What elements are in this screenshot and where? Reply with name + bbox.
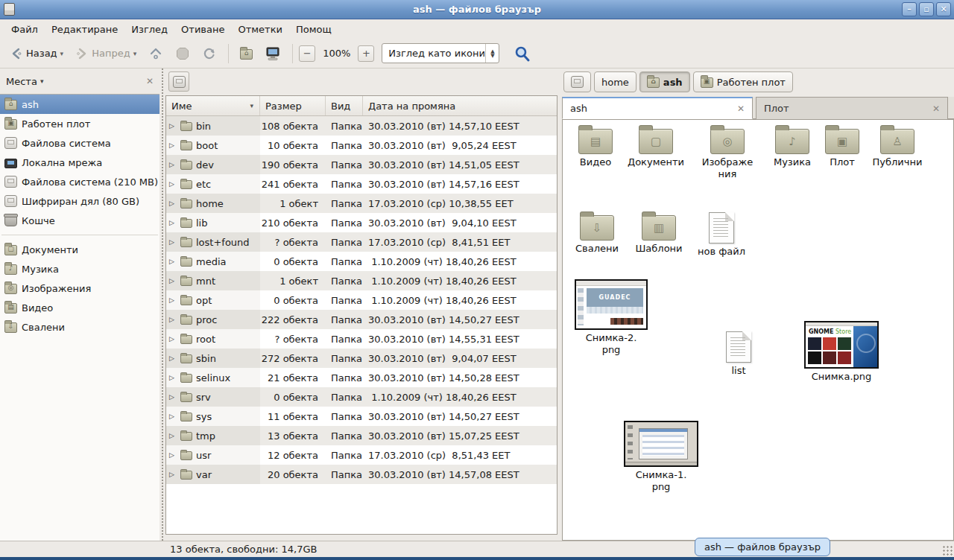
path-button-home[interactable]: home bbox=[594, 71, 636, 92]
sidebar-item-Шифриран дял (80 GB)[interactable]: Шифриран дял (80 GB) bbox=[0, 191, 159, 211]
column-header-type[interactable]: Вид bbox=[326, 96, 363, 115]
up-button[interactable] bbox=[143, 42, 168, 65]
table-row[interactable]: ▷lib210 обектаПапка30.03.2010 (вт) 9,04,… bbox=[166, 213, 557, 232]
expander-icon[interactable]: ▷ bbox=[169, 316, 177, 323]
sidebar-item-Видео[interactable]: ▤Видео bbox=[0, 298, 159, 317]
expander-icon[interactable]: ▷ bbox=[169, 374, 177, 381]
expander-icon[interactable]: ▷ bbox=[169, 413, 177, 420]
expander-icon[interactable]: ▷ bbox=[169, 258, 177, 265]
table-row[interactable]: ▷mnt1 обектПапка 1.10.2009 (чт) 18,40,26… bbox=[166, 271, 557, 290]
menu-item-Помощ[interactable]: Помощ bbox=[289, 22, 338, 37]
expander-icon[interactable]: ▷ bbox=[169, 161, 177, 168]
table-row[interactable]: ▷proc222 обектаПапка30.03.2010 (вт) 14,5… bbox=[166, 310, 557, 329]
table-row[interactable]: ▷sys11 обектаПапка30.03.2010 (вт) 14,50,… bbox=[166, 407, 557, 426]
table-row[interactable]: ▷usr12 обектаПапка17.03.2010 (ср) 8,51,4… bbox=[166, 445, 557, 465]
icon-item-list[interactable]: list bbox=[709, 331, 768, 377]
sidebar-title[interactable]: Места bbox=[6, 76, 40, 87]
table-row[interactable]: ▷bin108 обектаПапка30.03.2010 (вт) 14,57… bbox=[166, 116, 557, 136]
sidebar-item-Файлова система (210 MB)[interactable]: Файлова система (210 MB) bbox=[0, 172, 159, 191]
expander-icon[interactable]: ▷ bbox=[169, 219, 177, 226]
menu-item-Редактиране[interactable]: Редактиране bbox=[45, 22, 124, 37]
path-button-Работен плот[interactable]: ▣Работен плот bbox=[693, 71, 793, 92]
table-row[interactable]: ▷var20 обектаПапка30.03.2010 (вт) 14,57,… bbox=[166, 465, 557, 484]
table-row[interactable]: ▷opt0 обектаПапка 1.10.2009 (чт) 18,40,2… bbox=[166, 290, 557, 310]
forward-dropdown-icon[interactable]: ▾ bbox=[133, 50, 137, 57]
expander-icon[interactable]: ▷ bbox=[169, 451, 177, 459]
icon-item-Видео[interactable]: ▤Видео bbox=[563, 129, 628, 168]
expander-icon[interactable]: ▷ bbox=[169, 354, 177, 362]
tree-root-button[interactable] bbox=[168, 71, 189, 92]
search-button[interactable] bbox=[508, 41, 537, 66]
sidebar-dropdown-icon[interactable]: ▾ bbox=[40, 77, 44, 85]
table-row[interactable]: ▷tmp13 обектаПапка30.03.2010 (вт) 15,07,… bbox=[166, 426, 557, 445]
combo-arrows-icon[interactable]: ▲▼ bbox=[485, 44, 499, 63]
table-row[interactable]: ▷sbin272 обектаПапка30.03.2010 (вт) 9,04… bbox=[166, 349, 557, 368]
minimize-button[interactable]: – bbox=[902, 2, 917, 16]
expander-icon[interactable]: ▷ bbox=[169, 393, 177, 401]
icon-item-Снимка-1.png[interactable]: Снимка-1.png bbox=[622, 421, 700, 493]
expander-icon[interactable]: ▷ bbox=[169, 141, 177, 149]
title-bar[interactable]: ash — файлов браузър – ▫ ✕ bbox=[0, 0, 954, 19]
expander-icon[interactable]: ▷ bbox=[169, 277, 177, 284]
table-row[interactable]: ▷home1 обектПапка17.03.2010 (ср) 10,38,5… bbox=[166, 194, 557, 213]
sidebar-item-Кошче[interactable]: Кошче bbox=[0, 211, 159, 230]
table-row[interactable]: ▷etc241 обектаПапка30.03.2010 (вт) 14,57… bbox=[166, 174, 557, 194]
expander-icon[interactable]: ▷ bbox=[169, 471, 177, 478]
table-row[interactable]: ▷dev190 обектаПапка30.03.2010 (вт) 14,51… bbox=[166, 155, 557, 174]
menu-item-Отметки[interactable]: Отметки bbox=[231, 22, 288, 37]
expander-icon[interactable]: ▷ bbox=[169, 180, 177, 188]
table-row[interactable]: ▷lost+found? обектаПапка17.03.2010 (ср) … bbox=[166, 232, 557, 252]
icon-item-Музика[interactable]: ♪Музика bbox=[759, 129, 825, 168]
column-header-name[interactable]: Име ▾ bbox=[166, 96, 260, 115]
icon-item-Снимка.png[interactable]: GNOME StoreСнимка.png bbox=[803, 321, 880, 383]
table-row[interactable]: ▷selinux21 обектаПапка30.03.2010 (вт) 14… bbox=[166, 368, 557, 387]
expander-icon[interactable]: ▷ bbox=[169, 200, 177, 207]
tab-Плот[interactable]: Плот✕ bbox=[756, 97, 948, 119]
sidebar-close-icon[interactable]: ✕ bbox=[146, 76, 154, 86]
icon-item-Шаблони[interactable]: ▥Шаблони bbox=[627, 215, 691, 255]
stop-button[interactable] bbox=[170, 42, 195, 65]
menu-item-Изглед[interactable]: Изглед bbox=[124, 22, 174, 37]
expander-icon[interactable]: ▷ bbox=[169, 238, 177, 246]
tab-ash[interactable]: ash✕ bbox=[562, 97, 753, 119]
computer-button[interactable] bbox=[259, 42, 286, 65]
sidebar-item-Изображения[interactable]: ◎Изображения bbox=[0, 279, 159, 298]
resize-grip[interactable] bbox=[942, 545, 953, 556]
path-button-ash[interactable]: ⌂ash bbox=[639, 71, 690, 92]
zoom-out-button[interactable]: − bbox=[299, 45, 315, 62]
icon-item-Изображения[interactable]: ◎Изображения bbox=[697, 129, 758, 180]
expander-icon[interactable]: ▷ bbox=[169, 432, 177, 439]
zoom-in-button[interactable]: + bbox=[358, 45, 374, 62]
reload-button[interactable] bbox=[197, 42, 222, 65]
back-button[interactable]: Назад ▾ bbox=[4, 43, 69, 64]
back-dropdown-icon[interactable]: ▾ bbox=[60, 50, 64, 57]
close-button[interactable]: ✕ bbox=[936, 2, 951, 16]
icon-item-нов файл[interactable]: нов файл bbox=[691, 212, 752, 258]
pane-resize-handle[interactable] bbox=[159, 69, 165, 541]
table-row[interactable]: ▷media0 обектаПапка 1.10.2009 (чт) 18,40… bbox=[166, 252, 557, 271]
sidebar-item-Работен плот[interactable]: ▣Работен плот bbox=[0, 114, 159, 133]
icon-item-Снимка-2.png[interactable]: GUADECСнимка-2.png bbox=[573, 279, 649, 356]
column-header-date[interactable]: Дата на промяна bbox=[363, 96, 557, 115]
view-mode-combobox[interactable]: Изглед като икони ▲▼ bbox=[382, 43, 499, 63]
menu-item-Файл[interactable]: Файл bbox=[4, 22, 45, 37]
tab-close-icon[interactable]: ✕ bbox=[737, 104, 745, 114]
sidebar-item-ash[interactable]: ⌂ash bbox=[0, 95, 159, 114]
home-button[interactable]: ⌂ bbox=[235, 44, 258, 63]
icon-item-Документи[interactable]: ▢Документи bbox=[622, 129, 690, 168]
path-button-root[interactable] bbox=[563, 71, 591, 92]
table-row[interactable]: ▷srv0 обектаПапка 1.10.2009 (чт) 18,40,2… bbox=[166, 387, 557, 407]
tab-close-icon[interactable]: ✕ bbox=[932, 104, 940, 114]
column-header-size[interactable]: Размер bbox=[260, 96, 326, 115]
taskbar-window-button[interactable]: ash — файлов браузър bbox=[695, 538, 830, 556]
menu-item-Отиване[interactable]: Отиване bbox=[174, 22, 231, 37]
icon-view[interactable]: ▤Видео▢Документи◎Изображения♪Музика▣Плот… bbox=[562, 119, 954, 541]
sidebar-item-Документи[interactable]: ▢Документи bbox=[0, 240, 159, 259]
forward-button[interactable]: Напред ▾ bbox=[70, 43, 142, 64]
table-row[interactable]: ▷boot10 обектаПапка30.03.2010 (вт) 9,05,… bbox=[166, 136, 557, 155]
table-row[interactable]: ▷root? обектаПапка30.03.2010 (вт) 14,55,… bbox=[166, 329, 557, 349]
sidebar-item-Свалени[interactable]: ⇩Свалени bbox=[0, 317, 159, 337]
sidebar-item-Музика[interactable]: ♪Музика bbox=[0, 259, 159, 279]
sidebar-item-Локална мрежа[interactable]: Локална мрежа bbox=[0, 153, 159, 172]
icon-item-Публични[interactable]: ♙Публични bbox=[866, 129, 929, 168]
